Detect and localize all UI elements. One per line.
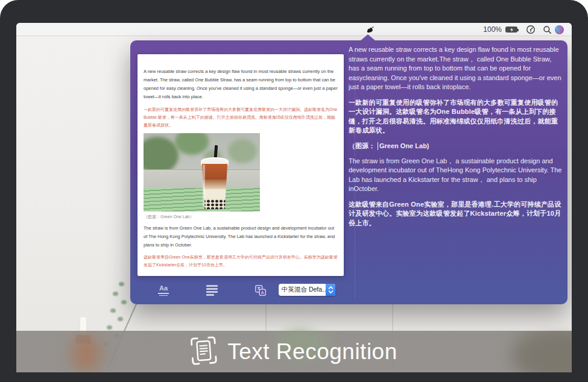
bubble-tea-photo	[144, 133, 260, 211]
ocr-paragraph-zh-2[interactable]: 这款吸管来自Green One实验室，那里是香港理.工大学的可持续产品设计及研发…	[349, 200, 563, 228]
ocr-paragraph-zh-1[interactable]: 一款新的可重复使用的吸管弥补了市场现有的大多数可重复使用吸管的一大设计漏洞。这款…	[349, 98, 563, 136]
translate-icon[interactable]: A	[251, 282, 270, 299]
recents-clock-icon[interactable]	[526, 23, 536, 36]
battery-percent-label: 100%	[483, 23, 502, 36]
bubble-tea-cup	[201, 148, 229, 209]
menu-bar: 100%	[16, 23, 572, 36]
doc-paragraph-zh-1: 一款新的可重复使用的吸管弥补了市场现有的大多数可重复使用吸管的一大设计漏洞。这款…	[144, 105, 338, 129]
banner-title: Text Recognition	[227, 339, 397, 365]
leaf	[107, 325, 112, 330]
desktop-screen: 100%	[16, 23, 572, 372]
scan-document-icon	[189, 335, 218, 368]
ocr-caption-prefix: （图源：	[349, 142, 375, 151]
ocr-paragraph-en-1[interactable]: A new reusable straw corrects a key desi…	[349, 45, 563, 92]
siri-icon[interactable]	[552, 23, 566, 36]
device-frame: 100%	[0, 0, 588, 382]
banner-content: Text Recognition	[16, 331, 572, 372]
recognized-text-panel[interactable]: A new reusable straw corrects a key desi…	[349, 45, 563, 234]
leaf	[118, 317, 123, 321]
doc-paragraph-en-1: A new reusable straw corrects a key desi…	[144, 67, 338, 101]
caption-banner: Text Recognition	[16, 331, 572, 372]
popup-stepper-icon	[326, 284, 335, 296]
ocr-paragraph-en-2[interactable]: The straw is from Green One Lab， a susta…	[349, 157, 563, 194]
doc-paragraph-zh-2: 这款吸管来自Green One实验室，那里是香港理工大学的可持续产品设计及研发中…	[144, 253, 338, 269]
doc-photo-caption: （图源：Green One Lab）	[144, 214, 338, 220]
list-format-icon[interactable]	[203, 282, 221, 299]
font-icon-label: Aa	[159, 285, 168, 292]
ocr-caption-line[interactable]: （图源： Green One Lab)	[349, 142, 563, 151]
search-icon[interactable]	[543, 23, 552, 36]
ocr-caption-suffix: Green One Lab)	[379, 142, 429, 149]
font-size-icon[interactable]: Aa	[154, 282, 172, 299]
leaf	[121, 300, 127, 304]
popover-toolbar: Aa A 中英混合 Defa…	[130, 277, 567, 304]
text-recognition-popover: A new reusable straw corrects a key desi…	[130, 40, 567, 304]
leaf	[110, 308, 116, 313]
captured-document-preview: A new reusable straw corrects a key desi…	[138, 54, 344, 276]
language-popup-value: 中英混合 Defa…	[279, 286, 326, 294]
language-popup[interactable]: 中英混合 Defa…	[279, 284, 335, 296]
svg-text:A: A	[261, 290, 265, 295]
leaf	[119, 282, 124, 286]
popover-arrow	[360, 34, 376, 41]
leaf	[113, 292, 118, 296]
text-cursor	[378, 142, 378, 150]
battery-charging-icon[interactable]	[505, 23, 517, 36]
doc-paragraph-en-2: The straw is from Green One Lab, a susta…	[144, 224, 338, 249]
